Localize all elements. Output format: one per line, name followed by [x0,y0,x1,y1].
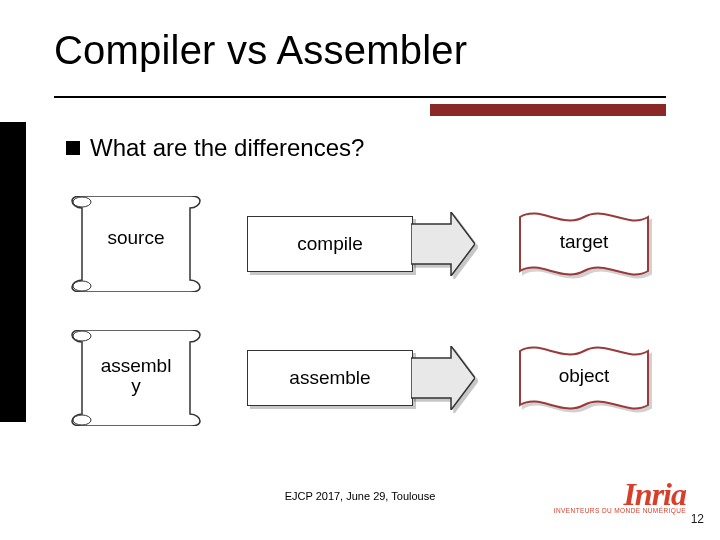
svg-marker-5 [411,346,475,410]
scroll-label-assembly: assembl y [70,356,202,396]
svg-point-3 [73,331,91,341]
title-underline-thin [54,96,666,98]
scroll-label-source: source [70,228,202,248]
flag-label-target: target [518,231,650,253]
arrow-label-compile: compile [297,233,362,255]
flag-label-object: object [518,365,650,387]
title-underline-thick [430,104,666,116]
bullet-row: What are the differences? [66,134,364,162]
square-bullet-icon [66,141,80,155]
inria-logo: Inria INVENTEURS DU MONDE NUMÉRIQUE [554,482,686,514]
arrow-head-icon [411,212,475,276]
flag-object: object [518,341,650,415]
arrow-bar-compile: compile [247,216,413,272]
arrow-label-assemble: assemble [289,367,370,389]
svg-point-4 [73,415,91,425]
logo-script: Inria [554,482,686,506]
svg-point-1 [73,281,91,291]
svg-marker-2 [411,212,475,276]
side-strip [0,122,26,422]
bullet-text: What are the differences? [90,134,364,162]
arrow-assemble: assemble [247,350,487,406]
arrow-bar-assemble: assemble [247,350,413,406]
diagram-row-compile: source compile target [70,196,650,292]
arrow-compile: compile [247,216,487,272]
slide-title: Compiler vs Assembler [54,28,467,73]
scroll-source: source [70,196,202,292]
page-number: 12 [691,512,704,526]
flag-target: target [518,207,650,281]
arrow-head-icon [411,346,475,410]
svg-point-0 [73,197,91,207]
logo-tagline: INVENTEURS DU MONDE NUMÉRIQUE [554,507,686,514]
slide: Compiler vs Assembler What are the diffe… [0,0,720,540]
diagram-row-assemble: assembl y assemble object [70,330,650,426]
scroll-assembly: assembl y [70,330,202,426]
